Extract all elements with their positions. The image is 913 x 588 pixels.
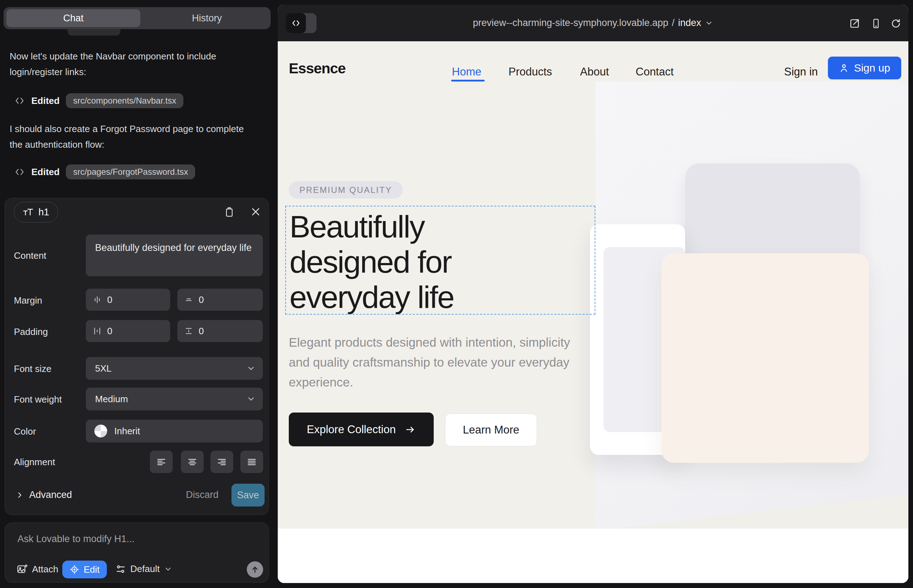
mode-select[interactable]: Default [115,564,172,575]
lovable-workspace: Chat History Now let's update the Navbar… [0,0,913,588]
edited-label: Edited [31,166,60,178]
arrow-up-icon [250,565,260,574]
nav-link-home[interactable]: Home [452,66,481,78]
close-icon [250,207,261,217]
align-right-icon [217,457,227,467]
advanced-label: Advanced [29,489,72,501]
delete-element-button[interactable] [222,204,237,220]
selected-element-tag[interactable]: h1 [14,202,58,223]
margin-horizontal-input[interactable]: 0 [86,289,170,311]
sign-up-label: Sign up [854,62,890,74]
nav-link-about[interactable]: About [580,66,609,78]
discard-button[interactable]: Discard [186,489,219,501]
align-center-icon [187,457,197,467]
scrolled-chip-partial [68,29,120,36]
element-selection-outline [285,206,596,315]
file-edit-row: Edited src/components/Navbar.tsx [14,93,183,108]
preview-browser-frame: preview--charming-site-symphony.lovable.… [278,5,908,583]
font-weight-label: Font weight [14,394,62,405]
chevron-down-icon [705,19,713,27]
margin-vertical-input[interactable]: 0 [177,289,263,311]
sign-in-link[interactable]: Sign in [784,66,818,78]
chat-message: Now let's update the Navbar component to… [10,48,241,80]
target-icon [70,564,79,575]
save-button[interactable]: Save [231,484,265,507]
hero-badge: PREMIUM QUALITY [289,181,403,199]
padding-vertical-input[interactable]: 0 [177,320,263,342]
trash-icon [223,206,235,218]
tab-history[interactable]: History [143,7,270,29]
attach-label: Attach [32,564,58,575]
tab-chat[interactable]: Chat [6,9,140,27]
element-tag-label: h1 [39,207,49,218]
align-right-button[interactable] [210,451,233,473]
margin-horizontal-value: 0 [107,294,112,305]
content-input[interactable]: Beautifully designed for everyday life [86,234,263,276]
explore-collection-label: Explore Collection [307,423,396,436]
composer-input[interactable] [17,533,246,552]
color-label: Color [14,426,36,437]
arrow-right-icon [405,424,416,435]
url-bar[interactable]: preview--charming-site-symphony.lovable.… [278,5,908,41]
code-icon [14,166,25,177]
url-separator: / [672,18,675,29]
color-select[interactable]: Inherit [86,420,263,443]
padding-horizontal-input[interactable]: 0 [86,320,170,342]
explore-collection-button[interactable]: Explore Collection [289,412,434,446]
section-below-hero [278,528,908,583]
file-path-chip[interactable]: src/pages/ForgotPassword.tsx [66,165,195,179]
font-size-value: 5XL [95,363,112,374]
font-weight-select[interactable]: Medium [86,388,263,410]
attach-button[interactable]: Attach [16,564,58,575]
refresh-icon [890,18,901,29]
nav-active-underline [451,80,485,81]
margin-label: Margin [14,295,42,306]
file-path-chip[interactable]: src/components/Navbar.tsx [66,93,183,108]
code-view-toggle[interactable] [286,13,317,33]
code-icon [286,13,306,33]
file-edit-row: Edited src/pages/ForgotPassword.tsx [14,165,195,179]
margin-vertical-icon [185,296,193,304]
edited-label: Edited [31,95,60,107]
send-button[interactable] [247,561,263,578]
edit-mode-button[interactable]: Edit [62,561,107,578]
mobile-preview-icon [871,18,881,29]
font-size-select[interactable]: 5XL [86,357,263,380]
refresh-button[interactable] [889,16,903,31]
mode-label: Default [130,564,160,575]
align-center-button[interactable] [181,451,204,473]
padding-horizontal-value: 0 [107,326,112,337]
margin-vertical-value: 0 [199,294,204,305]
nav-link-contact[interactable]: Contact [636,66,674,78]
mobile-preview-button[interactable] [869,16,883,31]
chat-sidebar: Chat History Now let's update the Navbar… [0,0,278,588]
margin-horizontal-icon [93,296,102,304]
edit-label: Edit [84,564,100,575]
sliders-icon [115,564,126,575]
padding-vertical-value: 0 [199,326,204,337]
browser-toolbar: preview--charming-site-symphony.lovable.… [278,5,908,41]
padding-label: Padding [14,326,48,338]
advanced-toggle[interactable]: Advanced [16,489,72,501]
nav-link-products[interactable]: Products [508,66,552,78]
align-left-button[interactable] [150,451,173,473]
padding-vertical-icon [185,327,193,335]
align-justify-icon [246,457,257,467]
decor-card-cream [662,254,869,463]
open-external-icon [849,18,860,29]
site-logo[interactable]: Essence [289,60,345,77]
hero-description: Elegant products designed with intention… [289,333,574,392]
url-domain: preview--charming-site-symphony.lovable.… [473,18,669,29]
learn-more-button[interactable]: Learn More [445,414,537,446]
chevron-down-icon [246,364,256,373]
close-inspector-button[interactable] [248,204,264,220]
alignment-label: Alignment [14,457,55,468]
element-inspector-panel: h1 Content Beautifully designed for ever… [5,198,269,515]
chevron-down-icon [164,565,172,573]
content-label: Content [14,250,46,261]
align-justify-button[interactable] [240,451,263,473]
person-icon [839,63,849,73]
sign-up-button[interactable]: Sign up [828,57,901,79]
open-external-button[interactable] [847,16,862,31]
chat-message: I should also create a Forgot Password p… [10,121,249,152]
